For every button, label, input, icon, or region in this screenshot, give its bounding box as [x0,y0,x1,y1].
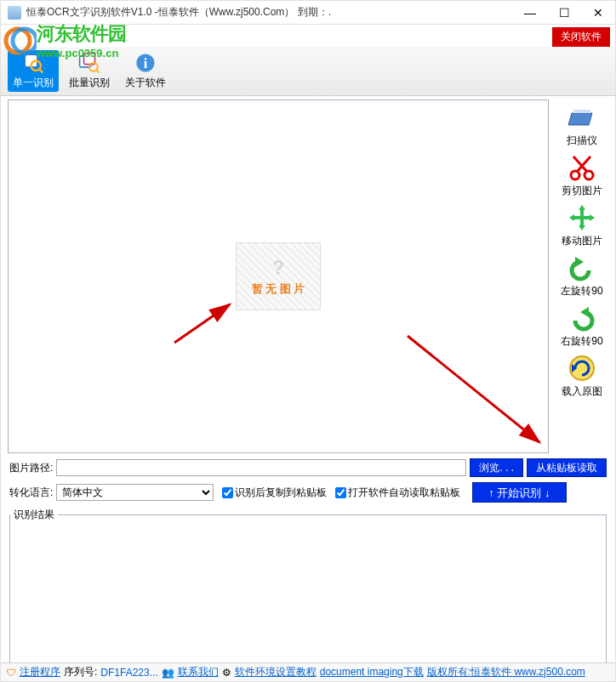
svg-marker-21 [569,205,595,230]
crop-button[interactable]: 剪切图片 [554,153,610,202]
window-title: 恒泰OCR文字识别软件V1.0 -恒泰软件（Www.zj500.Com） 到期：… [26,5,513,20]
tool-sidebar: 扫描仪 剪切图片 移动图片 左旋转90 右旋转90 载入原图 [554,99,610,453]
svg-line-15 [408,336,539,442]
minimize-button[interactable]: — [513,1,547,25]
tab-about[interactable]: i 关于软件 [120,50,171,92]
status-bar: 🛡 注册程序 序列号:DF1FA223... 👥 联系我们 ⚙ 软件环境设置教程… [1,662,615,681]
svg-rect-16 [573,110,590,113]
close-software-button[interactable]: 关闭软件 [552,27,610,47]
annotation-arrow [170,296,238,347]
scanner-button[interactable]: 扫描仪 [554,103,610,151]
image-path-input[interactable] [56,459,466,476]
scanner-icon [567,103,597,132]
main-toolbar: 单一识别 批量识别 i 关于软件 [1,47,615,96]
env-link[interactable]: 软件环境设置教程 [235,665,317,679]
load-original-button[interactable]: 载入原图 [554,354,610,402]
tab-label: 单一识别 [13,76,54,90]
contact-icon: 👥 [162,667,174,679]
magnifier-icon [21,52,45,74]
annotation-arrow [403,332,548,451]
register-link[interactable]: 注册程序 [20,665,60,679]
svg-line-8 [96,70,99,72]
rotate-right-icon [567,304,597,332]
result-label: 识别结果 [10,508,58,522]
tab-batch-recognize[interactable]: 批量识别 [64,50,115,92]
copy-after-checkbox[interactable]: 识别后复制到粘贴板 [222,486,327,500]
doc-imaging-link[interactable]: document imaging下载 [320,665,424,679]
svg-text:i: i [144,56,148,71]
copyright-link[interactable]: 版权所有:恒泰软件 www.zj500.com [427,665,585,679]
no-image-placeholder: ? 暂 无 图 片 [236,242,321,310]
serial-label: 序列号: [64,665,97,679]
browse-button[interactable]: 浏览. . . [470,458,523,477]
serial-value: DF1FA223... [100,667,157,679]
result-textarea[interactable] [10,522,606,682]
tab-label: 批量识别 [69,76,110,90]
batch-icon [77,52,101,74]
svg-line-4 [39,69,43,72]
result-fieldset: 识别结果 [9,508,607,682]
rotate-left-button[interactable]: 左旋转90 [554,253,610,302]
contact-link[interactable]: 联系我们 [178,665,219,679]
rotate-left-icon [567,253,597,282]
path-label: 图片路径: [9,461,53,475]
move-button[interactable]: 移动图片 [554,203,610,252]
titlebar: 恒泰OCR文字识别软件V1.0 -恒泰软件（Www.zj500.Com） 到期：… [1,1,615,25]
reload-icon [567,354,597,383]
autoread-checkbox[interactable]: 打开软件自动读取粘贴板 [335,486,460,500]
start-recognize-button[interactable]: ↑ 开始识别 ↓ [472,482,566,503]
language-label: 转化语言: [9,486,53,500]
language-select[interactable]: 简体中文 [56,484,214,501]
tab-single-recognize[interactable]: 单一识别 [8,50,59,92]
image-preview-area: ? 暂 无 图 片 [8,99,549,453]
tab-label: 关于软件 [125,76,166,90]
shield-icon: 🛡 [6,667,16,679]
gear-icon: ⚙ [222,667,231,679]
info-icon: i [134,52,157,74]
app-icon [8,6,21,20]
placeholder-text: 暂 无 图 片 [252,281,305,297]
close-button[interactable]: ✕ [581,1,615,25]
read-clipboard-button[interactable]: 从粘贴板读取 [527,458,607,477]
rotate-right-button[interactable]: 右旋转90 [554,304,610,352]
question-icon: ? [265,256,291,281]
svg-marker-23 [580,307,589,317]
move-icon [567,203,597,232]
svg-marker-22 [575,257,584,267]
scissors-icon [567,153,597,182]
maximize-button[interactable]: ☐ [547,1,581,25]
svg-line-13 [174,304,230,343]
